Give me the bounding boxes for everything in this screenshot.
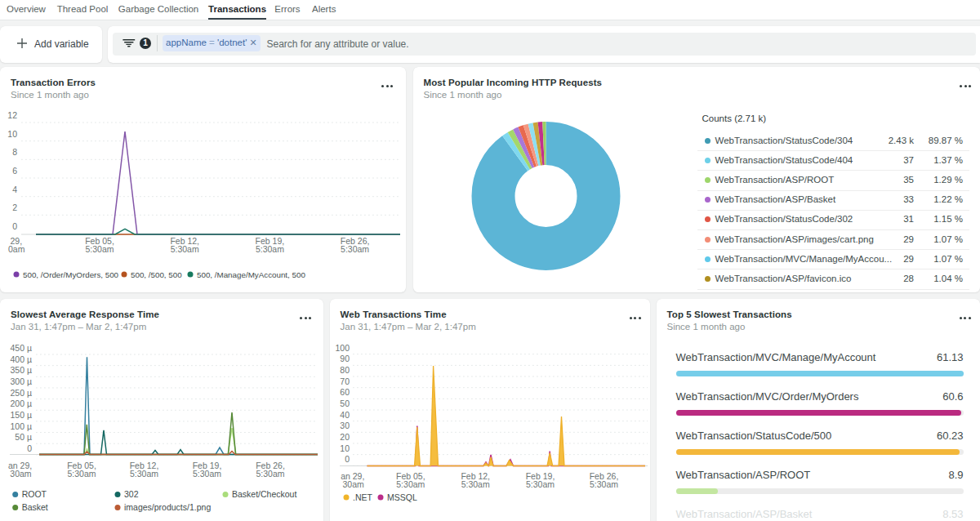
svg-text:0: 0 [27,443,32,453]
svg-text:80: 80 [340,365,350,375]
svg-text:.NET: .NET [353,492,373,502]
svg-text:100 µ: 100 µ [11,421,33,431]
svg-text:5:30am: 5:30am [130,469,158,479]
svg-text:5:30am: 5:30am [396,479,425,489]
svg-text:450 µ: 450 µ [11,343,33,353]
svg-text:500, /Order/MyOrders, 500: 500, /Order/MyOrders, 500 [23,270,119,279]
svg-text:5:30am: 5:30am [85,244,114,254]
svg-text:30am: 30am [10,469,32,479]
svg-text:5:30am: 5:30am [193,469,221,479]
svg-text:MSSQL: MSSQL [387,492,417,502]
svg-text:150 µ: 150 µ [11,410,33,420]
svg-text:5:30am: 5:30am [461,479,489,489]
svg-text:400 µ: 400 µ [11,354,33,364]
svg-text:0: 0 [345,454,350,464]
svg-text:20: 20 [340,432,350,442]
svg-text:Basket/Checkout: Basket/Checkout [232,489,296,499]
svg-text:2: 2 [12,203,17,212]
svg-text:ROOT: ROOT [22,489,47,499]
svg-text:350 µ: 350 µ [11,365,33,375]
svg-text:30am: 30am [342,479,364,489]
svg-text:5:30am: 5:30am [256,244,284,254]
svg-text:images/products/1.png: images/products/1.png [124,502,211,512]
svg-text:5:30am: 5:30am [256,469,284,479]
svg-text:Basket: Basket [22,502,48,512]
svg-text:0: 0 [12,221,17,231]
svg-text:4: 4 [12,185,17,194]
svg-text:300 µ: 300 µ [11,376,33,386]
svg-text:200 µ: 200 µ [11,399,33,408]
svg-text:70: 70 [340,376,350,386]
svg-text:10: 10 [7,129,17,139]
svg-text:6: 6 [12,166,17,176]
svg-text:90: 90 [340,354,350,363]
svg-text:60: 60 [340,387,350,397]
svg-text:500, /Manage/MyAccount, 500: 500, /Manage/MyAccount, 500 [197,270,305,279]
svg-text:50: 50 [340,399,350,408]
svg-text:5:30am: 5:30am [589,479,617,489]
svg-text:40: 40 [340,410,350,420]
svg-text:5:30am: 5:30am [525,479,554,489]
svg-text:5:30am: 5:30am [67,469,96,479]
svg-text:8: 8 [12,147,17,157]
svg-text:250 µ: 250 µ [11,388,33,398]
svg-text:12: 12 [7,110,17,120]
svg-text:302: 302 [124,489,139,499]
svg-text:500, /500, 500: 500, /500, 500 [131,270,182,279]
svg-text:5:30am: 5:30am [341,244,369,254]
svg-text:30: 30 [340,421,350,430]
svg-text:10: 10 [340,443,350,453]
svg-text:50 µ: 50 µ [15,432,32,442]
svg-text:0am: 0am [8,244,25,254]
svg-text:100: 100 [335,343,350,353]
svg-text:5:30am: 5:30am [171,244,199,254]
